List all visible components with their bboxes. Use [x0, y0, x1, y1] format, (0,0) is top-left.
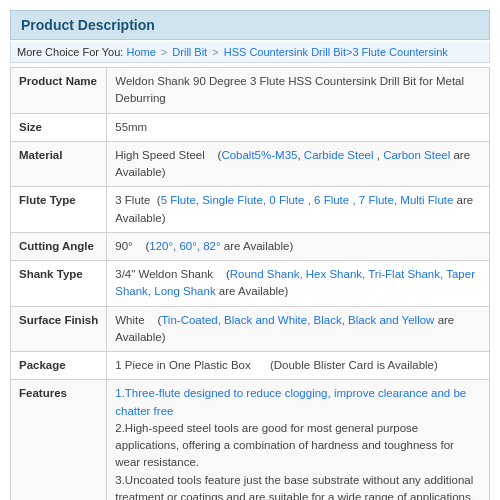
table-row: Package 1 Piece in One Plastic Box (Doub…: [11, 352, 490, 380]
table-row: Material High Speed Steel (Cobalt5%-M35,…: [11, 141, 490, 187]
label-package: Package: [11, 352, 107, 380]
table-row: Size 55mm: [11, 113, 490, 141]
table-row: Surface Finish White (Tin-Coated, Black …: [11, 306, 490, 352]
value-material: High Speed Steel (Cobalt5%-M35, Carbide …: [107, 141, 490, 187]
table-body: Product Name Weldon Shank 90 Degree 3 Fl…: [11, 68, 490, 501]
value-cutting-angle: 90° (120°, 60°, 82° are Available): [107, 232, 490, 260]
breadcrumb-countersink[interactable]: HSS Countersink Drill Bit>3 Flute Counte…: [224, 46, 448, 58]
page-wrapper: Product Description More Choice For You:…: [0, 0, 500, 500]
label-material: Material: [11, 141, 107, 187]
feature-2: 2.High-speed steel tools are good for mo…: [115, 422, 454, 469]
label-flute-type: Flute Type: [11, 187, 107, 233]
feature-3: 3.Uncoated tools feature just the base s…: [115, 474, 474, 501]
table-row: Flute Type 3 Flute (5 Flute, Single Flut…: [11, 187, 490, 233]
link-cobalt[interactable]: Cobalt5%-M35: [221, 149, 297, 161]
section-title: Product Description: [10, 10, 490, 40]
breadcrumb-drill-bit[interactable]: Drill Bit: [172, 46, 207, 58]
more-choice-label: More Choice For You:: [17, 46, 123, 58]
breadcrumb-sep: >: [161, 46, 170, 58]
table-row: Cutting Angle 90° (120°, 60°, 82° are Av…: [11, 232, 490, 260]
link-angle-options[interactable]: 120°, 60°, 82°: [149, 240, 220, 252]
label-surface-finish: Surface Finish: [11, 306, 107, 352]
value-size: 55mm: [107, 113, 490, 141]
value-shank-type: 3/4" Weldon Shank (Round Shank, Hex Shan…: [107, 261, 490, 307]
value-surface-finish: White (Tin-Coated, Black and White, Blac…: [107, 306, 490, 352]
value-product-name: Weldon Shank 90 Degree 3 Flute HSS Count…: [107, 68, 490, 114]
link-finish-options[interactable]: Tin-Coated, Black and White, Black, Blac…: [161, 314, 434, 326]
label-product-name: Product Name: [11, 68, 107, 114]
table-row: Product Name Weldon Shank 90 Degree 3 Fl…: [11, 68, 490, 114]
link-flute-options[interactable]: 5 Flute, Single Flute, 0 Flute , 6 Flute…: [161, 194, 454, 206]
table-row: Features 1.Three-flute designed to reduc…: [11, 380, 490, 500]
product-table: Product Name Weldon Shank 90 Degree 3 Fl…: [10, 67, 490, 500]
label-shank-type: Shank Type: [11, 261, 107, 307]
link-feature-1[interactable]: 1.Three-flute designed to reduce cloggin…: [115, 387, 466, 416]
link-carbide[interactable]: Carbide Steel: [304, 149, 374, 161]
label-cutting-angle: Cutting Angle: [11, 232, 107, 260]
label-size: Size: [11, 113, 107, 141]
breadcrumb-sep2: >: [212, 46, 221, 58]
table-row: Shank Type 3/4" Weldon Shank (Round Shan…: [11, 261, 490, 307]
link-carbon[interactable]: Carbon Steel: [383, 149, 450, 161]
label-features: Features: [11, 380, 107, 500]
value-features: 1.Three-flute designed to reduce cloggin…: [107, 380, 490, 500]
value-package: 1 Piece in One Plastic Box (Double Blist…: [107, 352, 490, 380]
more-choice-row: More Choice For You: Home > Drill Bit > …: [10, 42, 490, 63]
link-shank-options[interactable]: Round Shank, Hex Shank, Tri-Flat Shank, …: [115, 268, 475, 297]
value-flute-type: 3 Flute (5 Flute, Single Flute, 0 Flute …: [107, 187, 490, 233]
breadcrumb-home[interactable]: Home: [126, 46, 155, 58]
